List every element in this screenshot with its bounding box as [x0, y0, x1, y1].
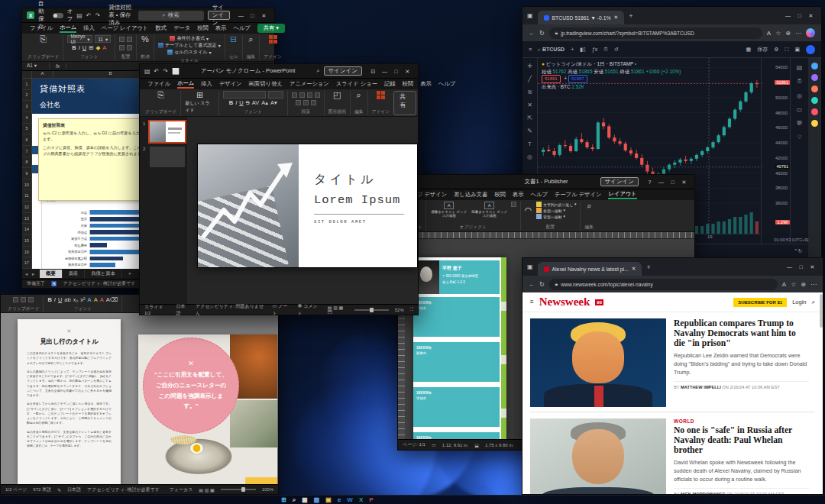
language-status[interactable]: 日本語 — [176, 303, 190, 317]
address-bar[interactable]: 🔒︎ jp.tradingview.com/chart/?symbol=BITS… — [549, 27, 762, 39]
pattern-icon[interactable]: ✕ — [527, 102, 532, 108]
browser-toolbar[interactable]: ← ↻ 🔒︎ jp.tradingview.com/chart/?symbol=… — [522, 24, 821, 41]
ribbon-tab[interactable]: スライド ショー — [336, 80, 377, 88]
tab-actions-icon[interactable]: ▣ — [527, 12, 533, 19]
publish-icon[interactable] — [806, 45, 815, 54]
minimize-icon[interactable]: — — [784, 261, 795, 273]
format-as-table-button[interactable]: テーブルとして書式設定▾ — [158, 42, 221, 49]
ribbon-tab[interactable]: 校閲 — [494, 191, 506, 199]
fx-icon[interactable]: fx — [50, 63, 66, 69]
ribbon-tab[interactable]: 校閲 — [197, 24, 209, 32]
ribbon-tab[interactable]: 表示 — [513, 191, 524, 199]
fit-slide-icon[interactable]: ⛶ — [410, 307, 413, 312]
addins-icon[interactable] — [377, 91, 385, 99]
border-icon[interactable]: ⊞ — [89, 44, 93, 51]
row-header[interactable]: 2 — [22, 90, 31, 102]
maximize-icon[interactable]: □ — [795, 261, 807, 273]
bold-icon[interactable]: B — [72, 44, 76, 51]
search-icon[interactable]: ⌕ — [812, 299, 815, 306]
addins-icon[interactable] — [269, 35, 277, 44]
copilot-icon[interactable] — [806, 28, 815, 37]
browser-toolbar[interactable]: ← ↻ 🔒︎ www.newsweek.com/topic/alexei-nav… — [522, 276, 823, 292]
font-name-select[interactable]: Meiryo UI▾ — [67, 35, 92, 43]
ribbon-tab[interactable]: ヘルプ — [438, 80, 455, 88]
percent-style-button[interactable]: % — [141, 35, 149, 44]
refresh-icon[interactable]: ↻ — [798, 248, 802, 254]
font-name-select[interactable] — [223, 91, 266, 99]
newsweek-browser-window[interactable]: ▣ Alexei Navalny news & latest pi... ✕ +… — [522, 257, 823, 495]
window-controls[interactable]: — □ ✕ — [784, 261, 818, 273]
edge-sidebar[interactable] — [808, 58, 821, 257]
timeline-entry[interactable]: 19XX/X年勤務先 — [413, 342, 500, 382]
brush-icon[interactable]: ✎ — [527, 128, 532, 134]
signin-button[interactable]: サインイン — [208, 11, 230, 20]
maximize-icon[interactable]: □ — [390, 66, 402, 77]
ribbon-tab[interactable]: レイアウト — [608, 190, 636, 199]
word-window[interactable]: クリップボード BI U ab x₂ x² A A A A⌫ フォント ✕ — [0, 294, 279, 495]
view-icons[interactable]: ▤ ▥ ▦ — [199, 487, 214, 493]
row-header[interactable]: 3 — [22, 101, 31, 112]
ruler-icon[interactable]: ⇱ — [527, 115, 532, 121]
ribbon-tab[interactable]: 画面切り替え — [249, 80, 283, 88]
close-icon[interactable]: ✕ — [258, 10, 270, 21]
ribbon-tab[interactable]: ヘルプ — [530, 191, 547, 199]
draw-vertical-textbox-button[interactable]: A縦書きテキスト ボックスの描画 — [471, 202, 509, 218]
undo-icon[interactable]: ↶ — [154, 68, 160, 75]
exchange-clock[interactable]: 01:00:53 (UTC+9) — [762, 237, 821, 242]
arrange-button[interactable]: ◰ — [333, 91, 341, 99]
layout-icon[interactable]: ▦ — [746, 47, 752, 53]
wrap-text-button[interactable]: 文字列の折り返し ▾ — [536, 202, 576, 207]
article-2[interactable]: WORLD No one is "safe" in Russia after N… — [522, 412, 823, 494]
timeline-entry[interactable]: 19XX/X年学校名 — [413, 297, 500, 337]
minimize-icon[interactable]: — — [379, 66, 390, 77]
slide-text-area[interactable]: タイトル Lorem Ipsum SIT DOLOR AMET — [299, 144, 417, 267]
word-icon[interactable]: W — [347, 497, 353, 503]
slide-thumbnail-1[interactable] — [150, 121, 185, 142]
comments-button[interactable]: 💬︎ コメント — [298, 303, 322, 317]
tradingview-toolbar[interactable]: ≡ ⌕ BTCUSD + ▮▯ ƒx ⏰︎ ↺ ▦ 保存 ⚙︎ ⛶ ▣ — [522, 41, 821, 58]
sidebar-app-icon[interactable] — [811, 97, 818, 104]
address-bar[interactable]: 🔒︎ www.newsweek.com/topic/alexei-navalny — [549, 279, 778, 290]
row-header[interactable]: 15 — [22, 235, 31, 247]
zoom-slider[interactable] — [354, 309, 389, 311]
menu-icon[interactable]: ≡ — [529, 47, 532, 52]
indicators-icon[interactable]: ƒx — [592, 47, 597, 52]
italic-icon[interactable]: I — [79, 44, 80, 51]
start-icon[interactable]: ⊞ — [281, 497, 286, 503]
redo-icon[interactable]: ↷ — [163, 68, 168, 75]
powerpoint-titlebar[interactable]: ▤ ↶ ↷ ⬜ アーバン モノクローム - PowerPoint ⌕ サインイン… — [140, 64, 418, 79]
ribbon-tab[interactable]: 挿入 — [83, 24, 95, 32]
refresh-icon[interactable]: ↻ — [539, 281, 545, 288]
find-button[interactable]: ⌕ — [357, 91, 361, 99]
excel-titlebar[interactable]: X 自動保存 オフ ▤ ↶ ↷ 貸借対照表 • 保存済み ⌕ 検索 サインイン … — [22, 8, 274, 23]
browser-tab[interactable]: Alexei Navalny news & latest pi... ✕ — [538, 262, 642, 276]
bring-forward-button[interactable]: 前面へ移動 ▾ — [536, 208, 576, 213]
excel-search-box[interactable]: ⌕ 検索 — [138, 11, 204, 21]
fullscreen-icon[interactable]: ⛶ — [785, 47, 788, 53]
slide-canvas[interactable]: タイトル Lorem Ipsum SIT DOLOR AMET — [198, 144, 417, 267]
grow-font-icon[interactable]: A▴ — [261, 99, 268, 106]
column-header[interactable]: A — [32, 71, 53, 78]
focus-mode-button[interactable]: フォーカス — [170, 486, 193, 493]
autosave-toggle[interactable] — [53, 13, 63, 18]
scrollbar[interactable] — [820, 294, 823, 328]
login-button[interactable]: Login — [792, 299, 806, 305]
view-icons[interactable]: ▤ ▥ ▦ 🗖︎ — [328, 305, 348, 315]
window-controls[interactable]: — □ ✕ — [235, 10, 270, 21]
watchlist-icon[interactable]: ▤ — [797, 64, 803, 71]
author-name[interactable]: NICK MORDOWANEC — [681, 492, 725, 494]
newsweek-page[interactable]: ≡ Newsweek 90 SUBSCRIBE FOR $1 Login ⌕ R… — [522, 292, 823, 494]
trendline-icon[interactable]: ╱ — [528, 76, 532, 82]
slide-subtitle[interactable]: Lorem Ipsum — [314, 193, 417, 207]
row-header[interactable]: 17 — [22, 257, 31, 269]
section-label[interactable]: WORLD — [674, 418, 809, 424]
search-icon[interactable]: ⌕ — [316, 67, 319, 75]
sidebar-app-icon[interactable] — [811, 63, 818, 69]
back-icon[interactable]: ← — [529, 281, 535, 288]
close-icon[interactable]: ✕ — [807, 261, 818, 273]
ribbon-tab[interactable]: 挿入 — [201, 80, 212, 88]
symbol-description[interactable]: ビットコイン/米ドル・1日・BITSTAMP — [546, 61, 634, 66]
language-status[interactable]: 日本語 — [67, 486, 81, 493]
ribbon-tab[interactable]: 記録 — [384, 80, 396, 88]
newsweek-logo[interactable]: Newsweek — [539, 296, 590, 309]
